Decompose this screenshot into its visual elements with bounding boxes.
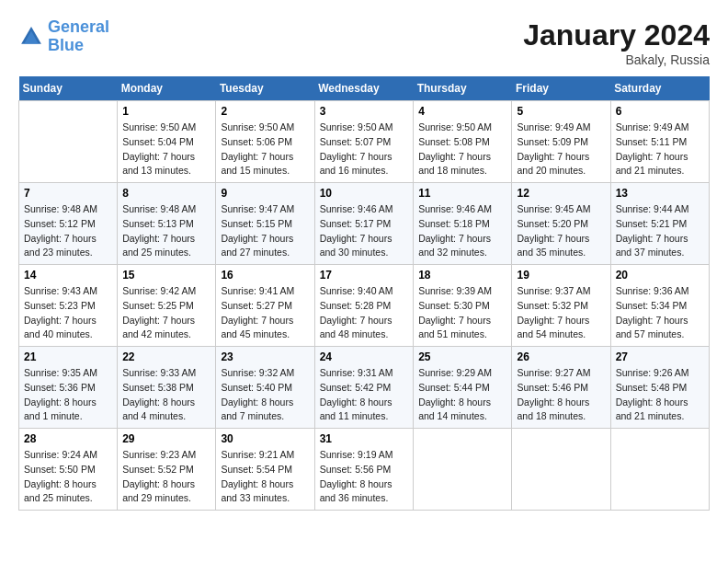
day-detail: Sunrise: 9:31 AMSunset: 5:42 PMDaylight:… xyxy=(320,366,409,424)
day-detail: Sunrise: 9:50 AMSunset: 5:06 PMDaylight:… xyxy=(221,121,309,178)
day-cell: 16Sunrise: 9:41 AMSunset: 5:27 PMDayligh… xyxy=(216,265,314,347)
day-detail: Sunrise: 9:49 AMSunset: 5:11 PMDaylight:… xyxy=(616,121,704,178)
day-number: 11 xyxy=(418,187,506,200)
day-number: 28 xyxy=(24,432,112,445)
week-row-3: 14Sunrise: 9:43 AMSunset: 5:23 PMDayligh… xyxy=(19,265,710,347)
day-cell xyxy=(414,429,512,511)
day-number: 5 xyxy=(517,105,605,118)
day-detail: Sunrise: 9:32 AMSunset: 5:40 PMDaylight:… xyxy=(221,366,309,424)
title-block: January 2024 Bakaly, Russia xyxy=(523,18,710,67)
weekday-header-sunday: Sunday xyxy=(19,76,118,101)
day-cell: 12Sunrise: 9:45 AMSunset: 5:20 PMDayligh… xyxy=(512,183,610,265)
day-detail: Sunrise: 9:50 AMSunset: 5:04 PMDaylight:… xyxy=(122,121,210,178)
logo-line2: Blue xyxy=(48,36,84,54)
day-number: 24 xyxy=(320,350,409,363)
day-number: 23 xyxy=(221,350,309,363)
day-number: 15 xyxy=(122,269,210,282)
weekday-header-monday: Monday xyxy=(118,76,216,101)
day-number: 12 xyxy=(517,187,605,200)
logo-icon xyxy=(18,24,44,50)
day-detail: Sunrise: 9:27 AMSunset: 5:46 PMDaylight:… xyxy=(517,366,605,424)
day-cell: 3Sunrise: 9:50 AMSunset: 5:07 PMDaylight… xyxy=(314,101,414,183)
day-cell: 28Sunrise: 9:24 AMSunset: 5:50 PMDayligh… xyxy=(19,429,118,511)
month-title: January 2024 xyxy=(523,18,710,52)
day-number: 16 xyxy=(221,269,309,282)
day-cell: 17Sunrise: 9:40 AMSunset: 5:28 PMDayligh… xyxy=(314,265,414,347)
day-detail: Sunrise: 9:46 AMSunset: 5:18 PMDaylight:… xyxy=(418,202,506,260)
day-cell: 10Sunrise: 9:46 AMSunset: 5:17 PMDayligh… xyxy=(314,183,414,265)
day-cell: 27Sunrise: 9:26 AMSunset: 5:48 PMDayligh… xyxy=(610,347,709,429)
day-detail: Sunrise: 9:43 AMSunset: 5:23 PMDaylight:… xyxy=(24,284,112,342)
weekday-header-tuesday: Tuesday xyxy=(216,76,314,101)
location: Bakaly, Russia xyxy=(523,52,710,67)
day-detail: Sunrise: 9:21 AMSunset: 5:54 PMDaylight:… xyxy=(221,448,309,506)
day-number: 20 xyxy=(616,269,704,282)
day-cell: 6Sunrise: 9:49 AMSunset: 5:11 PMDaylight… xyxy=(610,101,709,183)
day-number: 30 xyxy=(221,432,309,445)
day-cell: 23Sunrise: 9:32 AMSunset: 5:40 PMDayligh… xyxy=(216,347,314,429)
day-detail: Sunrise: 9:44 AMSunset: 5:21 PMDaylight:… xyxy=(616,202,704,260)
day-cell: 15Sunrise: 9:42 AMSunset: 5:25 PMDayligh… xyxy=(118,265,216,347)
day-number: 25 xyxy=(418,350,506,363)
weekday-header-thursday: Thursday xyxy=(414,76,512,101)
day-cell: 5Sunrise: 9:49 AMSunset: 5:09 PMDaylight… xyxy=(512,101,610,183)
day-cell: 2Sunrise: 9:50 AMSunset: 5:06 PMDaylight… xyxy=(216,101,314,183)
day-cell: 20Sunrise: 9:36 AMSunset: 5:34 PMDayligh… xyxy=(610,265,709,347)
day-cell: 24Sunrise: 9:31 AMSunset: 5:42 PMDayligh… xyxy=(314,347,414,429)
day-detail: Sunrise: 9:23 AMSunset: 5:52 PMDaylight:… xyxy=(122,448,210,506)
day-cell: 14Sunrise: 9:43 AMSunset: 5:23 PMDayligh… xyxy=(19,265,118,347)
day-detail: Sunrise: 9:48 AMSunset: 5:12 PMDaylight:… xyxy=(24,202,112,260)
page-header: General Blue January 2024 Bakaly, Russia xyxy=(18,18,710,67)
day-number: 9 xyxy=(221,187,309,200)
day-detail: Sunrise: 9:46 AMSunset: 5:17 PMDaylight:… xyxy=(320,202,409,260)
day-number: 2 xyxy=(221,105,309,118)
day-number: 21 xyxy=(24,350,112,363)
day-cell: 11Sunrise: 9:46 AMSunset: 5:18 PMDayligh… xyxy=(414,183,512,265)
logo-line1: General xyxy=(48,17,109,36)
day-number: 8 xyxy=(122,187,210,200)
day-number: 4 xyxy=(418,105,506,118)
day-number: 18 xyxy=(418,269,506,282)
day-detail: Sunrise: 9:50 AMSunset: 5:08 PMDaylight:… xyxy=(418,121,506,178)
day-number: 1 xyxy=(122,105,210,118)
week-row-2: 7Sunrise: 9:48 AMSunset: 5:12 PMDaylight… xyxy=(19,183,710,265)
day-detail: Sunrise: 9:49 AMSunset: 5:09 PMDaylight:… xyxy=(517,121,605,178)
day-detail: Sunrise: 9:35 AMSunset: 5:36 PMDaylight:… xyxy=(24,366,112,424)
day-detail: Sunrise: 9:45 AMSunset: 5:20 PMDaylight:… xyxy=(517,202,605,260)
day-cell: 25Sunrise: 9:29 AMSunset: 5:44 PMDayligh… xyxy=(414,347,512,429)
day-detail: Sunrise: 9:19 AMSunset: 5:56 PMDaylight:… xyxy=(320,448,409,506)
day-cell: 18Sunrise: 9:39 AMSunset: 5:30 PMDayligh… xyxy=(414,265,512,347)
day-detail: Sunrise: 9:50 AMSunset: 5:07 PMDaylight:… xyxy=(320,121,409,178)
weekday-header-row: SundayMondayTuesdayWednesdayThursdayFrid… xyxy=(19,76,710,101)
day-number: 10 xyxy=(320,187,409,200)
week-row-1: 1Sunrise: 9:50 AMSunset: 5:04 PMDaylight… xyxy=(19,101,710,183)
day-detail: Sunrise: 9:40 AMSunset: 5:28 PMDaylight:… xyxy=(320,284,409,342)
day-number: 3 xyxy=(320,105,409,118)
day-number: 22 xyxy=(122,350,210,363)
day-detail: Sunrise: 9:36 AMSunset: 5:34 PMDaylight:… xyxy=(616,284,704,342)
day-cell: 21Sunrise: 9:35 AMSunset: 5:36 PMDayligh… xyxy=(19,347,118,429)
day-cell: 9Sunrise: 9:47 AMSunset: 5:15 PMDaylight… xyxy=(216,183,314,265)
logo: General Blue xyxy=(18,18,109,55)
week-row-4: 21Sunrise: 9:35 AMSunset: 5:36 PMDayligh… xyxy=(19,347,710,429)
day-number: 17 xyxy=(320,269,409,282)
day-cell xyxy=(610,429,709,511)
weekday-header-saturday: Saturday xyxy=(610,76,709,101)
day-cell: 7Sunrise: 9:48 AMSunset: 5:12 PMDaylight… xyxy=(19,183,118,265)
day-number: 19 xyxy=(517,269,605,282)
day-number: 29 xyxy=(122,432,210,445)
day-detail: Sunrise: 9:42 AMSunset: 5:25 PMDaylight:… xyxy=(122,284,210,342)
day-cell: 26Sunrise: 9:27 AMSunset: 5:46 PMDayligh… xyxy=(512,347,610,429)
day-detail: Sunrise: 9:39 AMSunset: 5:30 PMDaylight:… xyxy=(418,284,506,342)
day-number: 26 xyxy=(517,350,605,363)
day-detail: Sunrise: 9:33 AMSunset: 5:38 PMDaylight:… xyxy=(122,366,210,424)
day-number: 14 xyxy=(24,269,112,282)
day-cell: 13Sunrise: 9:44 AMSunset: 5:21 PMDayligh… xyxy=(610,183,709,265)
day-number: 7 xyxy=(24,187,112,200)
day-detail: Sunrise: 9:24 AMSunset: 5:50 PMDaylight:… xyxy=(24,448,112,506)
day-cell: 8Sunrise: 9:48 AMSunset: 5:13 PMDaylight… xyxy=(118,183,216,265)
day-detail: Sunrise: 9:41 AMSunset: 5:27 PMDaylight:… xyxy=(221,284,309,342)
day-cell: 22Sunrise: 9:33 AMSunset: 5:38 PMDayligh… xyxy=(118,347,216,429)
day-cell: 19Sunrise: 9:37 AMSunset: 5:32 PMDayligh… xyxy=(512,265,610,347)
day-cell xyxy=(19,101,118,183)
